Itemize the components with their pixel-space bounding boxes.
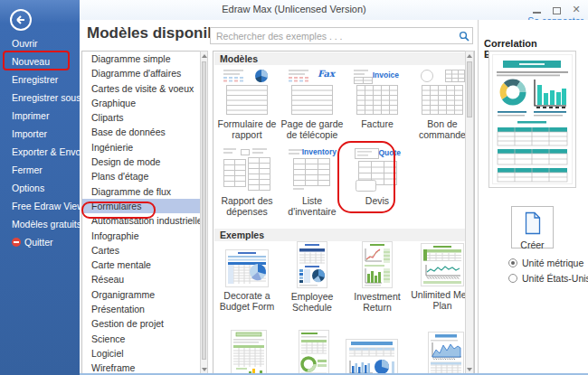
category-carte-mentale[interactable]: Carte mentale (82, 258, 208, 272)
category-scrollbar-thumb[interactable] (202, 61, 206, 360)
sidebar-item-modeles-gratuits[interactable]: Modèles gratuits... (0, 215, 80, 233)
sidebar-item-options[interactable]: Options (0, 179, 80, 197)
create-button-label: Créer (512, 239, 553, 250)
category-cliparts[interactable]: Cliparts (82, 110, 208, 125)
fax-badge: Fax (318, 69, 335, 79)
template-preview-image (488, 51, 576, 188)
blue-report-thumbnail (346, 339, 398, 375)
category-automatisation-industrielle[interactable]: Automatisation industrielle (82, 213, 208, 228)
templates-section-header: Modèles (214, 52, 466, 65)
template-rapport-des-depenses[interactable]: Rapport des dépenses (215, 147, 279, 217)
category-presentation[interactable]: Présentation (82, 302, 208, 316)
search-icon[interactable] (459, 31, 469, 42)
example-decorate-a-budget-form[interactable]: Decorate a Budget Form (215, 245, 279, 312)
edraw-backstage-window: Edraw Max (Unlicensed Version) ✕ Se conn… (0, 0, 588, 375)
category-science[interactable]: Science (82, 332, 208, 346)
sidebar-item-exporter-envoyer[interactable]: Exporter & Envoyer (0, 143, 80, 161)
category-graphique[interactable]: Graphique (82, 96, 208, 110)
close-icon: ✕ (572, 4, 580, 14)
sidebar-item-free-edraw-viewer[interactable]: Free Edraw Viewer (0, 197, 80, 215)
minimize-icon (533, 6, 541, 14)
category-cartes[interactable]: Cartes (82, 243, 208, 258)
example-label: Investment Return (346, 291, 409, 313)
sidebar-item-quitter[interactable]: Quitter (0, 233, 80, 251)
category-formulaires[interactable]: Formulaires (82, 199, 208, 213)
template-devis[interactable]: Quote Devis (346, 147, 409, 206)
template-label: Rapport des dépenses (215, 195, 279, 217)
back-arrow-icon (9, 8, 33, 32)
meal-plan-thumbnail (421, 243, 464, 286)
backstage-sidebar: Ouvrir Nouveau Enregistrer Enregistrer s… (0, 0, 80, 375)
maximize-icon (553, 7, 561, 14)
template-label: Devis (346, 195, 409, 206)
template-label: Liste d'inventaire (280, 195, 344, 217)
back-button[interactable] (9, 8, 33, 32)
green-report-thumbnail (231, 330, 267, 375)
unit-us-radio[interactable]: Unité États-Unis (508, 273, 588, 284)
close-button[interactable]: ✕ (570, 3, 583, 15)
category-gestion-de-projet[interactable]: Gestion de projet (82, 316, 208, 331)
search-input[interactable] (214, 29, 454, 42)
examples-section-header: Exemples (214, 229, 466, 241)
template-page-de-garde-de-telecopie[interactable]: Fax Page de garde de télécopie (280, 69, 344, 140)
quit-icon (12, 238, 21, 247)
unit-metric-radio[interactable]: Unité métrique (508, 258, 583, 268)
template-liste-inventaire[interactable]: Inventory Liste d'inventaire (280, 147, 344, 217)
template-label: Page de garde de télécopie (280, 118, 344, 140)
templates-panel: Modèles Formulaire de rapport (213, 51, 475, 375)
green-donut-thumbnail (299, 330, 329, 375)
category-list: Diagramme simple Diagramme d'affaires Ca… (81, 51, 208, 375)
investment-return-thumbnail (362, 241, 393, 288)
expense-report-thumbnail-icon (223, 147, 271, 192)
scroll-up-icon[interactable] (466, 52, 473, 61)
category-design-de-mode[interactable]: Design de mode (82, 155, 208, 169)
sidebar-item-nouveau[interactable]: Nouveau (0, 52, 80, 70)
category-base-de-donnees[interactable]: Base de données (82, 125, 208, 139)
search-box (210, 27, 473, 44)
category-diagramme-de-flux[interactable]: Diagramme de flux (82, 184, 208, 199)
category-plans-etage[interactable]: Plans d'étage (82, 169, 208, 183)
quitter-label: Quitter (24, 237, 53, 248)
example-employee-schedule[interactable]: Employee Schedule (280, 241, 344, 313)
example-label: Decorate a Budget Form (215, 290, 279, 312)
example-thumbnail-partial-2[interactable] (282, 330, 346, 375)
report-form-thumbnail-icon (223, 69, 271, 116)
inventory-badge: Inventory (302, 147, 337, 156)
scroll-up-icon[interactable] (201, 52, 207, 61)
invoice-badge: Invoice (373, 70, 399, 80)
template-facture[interactable]: Invoice Facture (346, 69, 409, 129)
category-organigramme[interactable]: Organigramme (82, 287, 208, 302)
quote-badge: Quote (378, 148, 401, 157)
sidebar-item-imprimer[interactable]: Imprimer (0, 107, 80, 125)
titlebar: Edraw Max (Unlicensed Version) ✕ (0, 0, 588, 20)
window-title: Edraw Max (Unlicensed Version) (0, 4, 588, 14)
category-infographie[interactable]: Infographie (82, 229, 208, 243)
sidebar-item-enregistrer-sous[interactable]: Enregistrer sous (0, 89, 80, 107)
example-investment-return[interactable]: Investment Return (346, 241, 409, 313)
category-reseau[interactable]: Réseau (82, 272, 208, 286)
unit-us-label: Unité États-Unis (522, 273, 588, 284)
sidebar-item-enregistrer[interactable]: Enregistrer (0, 70, 80, 89)
preview-panel: Correlation Experiment (478, 20, 588, 375)
templates-scrollbar[interactable] (465, 51, 474, 375)
maximize-button[interactable] (550, 3, 563, 15)
unit-metric-label: Unité métrique (522, 258, 583, 268)
correlation-experiment-preview (492, 54, 573, 184)
category-cartes-visite[interactable]: Cartes de visite & voeux (82, 81, 208, 96)
sidebar-item-fermer[interactable]: Fermer (0, 161, 80, 179)
example-thumbnail-partial-1[interactable] (217, 330, 280, 375)
category-ingenierie[interactable]: Ingénierie (82, 140, 208, 155)
sidebar-item-importer[interactable]: Importer (0, 125, 80, 143)
minimize-button[interactable] (530, 3, 543, 15)
sidebar-item-ouvrir[interactable]: Ouvrir (0, 34, 80, 52)
template-label: Formulaire de rapport (215, 118, 279, 140)
employee-schedule-thumbnail (297, 241, 327, 288)
example-thumbnail-partial-3[interactable] (340, 339, 403, 375)
category-diagramme-simple[interactable]: Diagramme simple (82, 52, 208, 66)
category-logiciel[interactable]: Logiciel (82, 346, 208, 361)
templates-scrollbar-thumb[interactable] (467, 61, 472, 117)
template-formulaire-de-rapport[interactable]: Formulaire de rapport (215, 69, 279, 140)
create-button[interactable]: Créer (511, 206, 554, 248)
category-scrollbar[interactable] (200, 51, 208, 375)
category-diagramme-affaires[interactable]: Diagramme d'affaires (82, 66, 208, 80)
